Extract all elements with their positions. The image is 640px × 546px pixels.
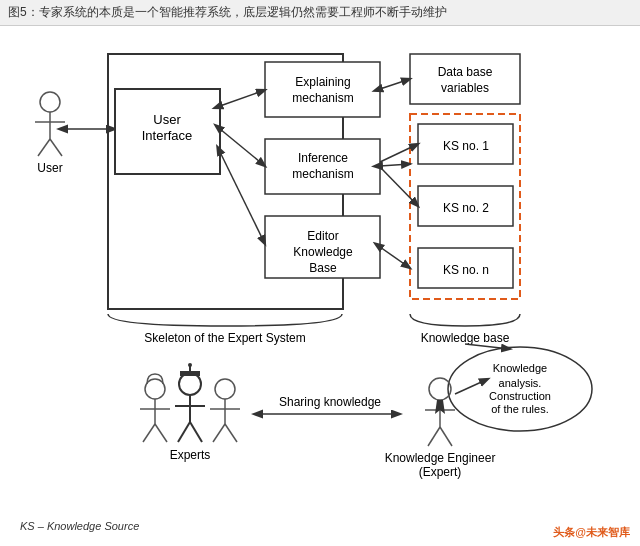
svg-line-38 <box>190 422 202 442</box>
user-interface-label: User <box>153 112 181 127</box>
svg-line-11 <box>220 90 265 106</box>
svg-text:of the rules.: of the rules. <box>491 403 548 415</box>
svg-line-32 <box>143 424 155 442</box>
user-interface-label2: Interface <box>142 128 193 143</box>
svg-rect-39 <box>180 371 200 376</box>
ke-label2: (Expert) <box>419 465 462 479</box>
knowledge-analysis-label: Knowledge <box>493 362 547 374</box>
svg-point-29 <box>145 379 165 399</box>
knowledge-base-label: Knowledge base <box>421 331 510 345</box>
svg-line-37 <box>178 422 190 442</box>
skeleton-label: Skeleton of the Expert System <box>144 331 305 345</box>
svg-line-4 <box>50 139 62 156</box>
svg-point-24 <box>448 347 592 431</box>
svg-rect-18 <box>410 54 520 104</box>
watermark: 头条@未来智库 <box>553 525 630 540</box>
svg-line-20 <box>380 164 410 166</box>
svg-line-13 <box>220 152 265 244</box>
editor-label: Editor <box>307 229 338 243</box>
svg-point-42 <box>215 379 235 399</box>
inference-label2: mechanism <box>292 167 353 181</box>
ks1-label: KS no. 1 <box>443 139 489 153</box>
inference-label: Inference <box>298 151 348 165</box>
editor-label3: Base <box>309 261 337 275</box>
ksn-label: KS no. n <box>443 263 489 277</box>
svg-line-46 <box>225 424 237 442</box>
svg-point-0 <box>40 92 60 112</box>
explaining-label: Explaining <box>295 75 350 89</box>
svg-line-19 <box>380 79 410 89</box>
user-label: User <box>37 161 62 175</box>
experts-label: Experts <box>170 448 211 462</box>
ke-label: Knowledge Engineer <box>385 451 496 465</box>
svg-text:Construction: Construction <box>489 390 551 402</box>
svg-line-45 <box>213 424 225 442</box>
ks2-label: KS no. 2 <box>443 201 489 215</box>
database-label: Data base <box>438 65 493 79</box>
editor-label2: Knowledge <box>293 245 353 259</box>
sharing-label: Sharing knowledge <box>279 395 381 409</box>
database-label2: variables <box>441 81 489 95</box>
page-container: 图5：专家系统的本质是一个智能推荐系统，底层逻辑仍然需要工程师不断手动维护 Us… <box>0 0 640 546</box>
svg-line-52 <box>440 427 452 446</box>
ks-note: KS – Knowledge Source <box>20 520 139 532</box>
svg-point-34 <box>179 373 201 395</box>
svg-line-12 <box>220 129 265 166</box>
svg-line-33 <box>155 424 167 442</box>
explaining-label2: mechanism <box>292 91 353 105</box>
svg-line-3 <box>38 139 50 156</box>
svg-point-41 <box>188 363 192 367</box>
svg-line-22 <box>380 167 418 206</box>
main-diagram: User User Interface Explaining mechanism… <box>20 34 620 524</box>
svg-rect-8 <box>265 62 380 117</box>
svg-text:analysis.: analysis. <box>499 377 542 389</box>
svg-line-51 <box>428 427 440 446</box>
title-bar: 图5：专家系统的本质是一个智能推荐系统，底层逻辑仍然需要工程师不断手动维护 <box>0 0 640 26</box>
diagram-area: User User Interface Explaining mechanism… <box>0 26 640 532</box>
caption: 图5：专家系统的本质是一个智能推荐系统，底层逻辑仍然需要工程师不断手动维护 <box>8 5 447 19</box>
svg-line-21 <box>380 144 418 162</box>
svg-line-23 <box>380 247 410 268</box>
